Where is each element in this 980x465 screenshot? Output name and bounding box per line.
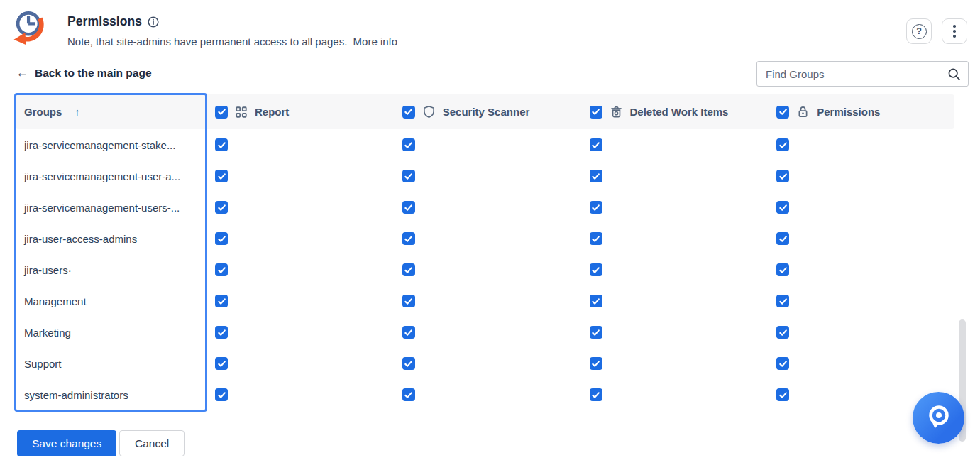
permission-checkbox[interactable] — [215, 295, 228, 307]
save-button[interactable]: Save changes — [17, 430, 116, 456]
permission-cell — [393, 263, 580, 276]
permission-checkbox[interactable] — [215, 232, 228, 245]
permission-checkbox[interactable] — [590, 138, 602, 151]
trash-icon — [610, 105, 623, 119]
column-select-all-checkbox[interactable] — [402, 106, 415, 119]
back-link[interactable]: ← Back to the main page — [16, 65, 152, 80]
permission-cell — [206, 295, 393, 307]
sort-ascending-icon[interactable]: ↑ — [75, 106, 80, 118]
permission-checkbox[interactable] — [776, 170, 789, 182]
permission-checkbox[interactable] — [776, 232, 789, 245]
column-select-all-checkbox[interactable] — [215, 106, 228, 119]
arrow-left-icon: ← — [16, 65, 28, 80]
help-button[interactable]: ? — [906, 18, 932, 44]
permission-checkbox[interactable] — [590, 388, 602, 401]
clock-arrow-logo-icon — [9, 6, 49, 48]
permission-checkbox[interactable] — [402, 263, 415, 276]
search-input[interactable] — [757, 68, 947, 80]
permission-cell — [580, 388, 768, 401]
permission-checkbox[interactable] — [215, 138, 228, 151]
permission-checkbox[interactable] — [776, 263, 789, 276]
permission-cell — [580, 357, 768, 370]
shield-icon — [422, 105, 436, 119]
permission-checkbox[interactable] — [776, 138, 789, 151]
column-select-all-checkbox[interactable] — [776, 106, 789, 119]
permission-cell — [393, 357, 580, 370]
table-row: Support — [16, 348, 954, 379]
more-info-link[interactable]: More info — [353, 35, 398, 48]
group-name: system-administrators — [16, 389, 206, 401]
app-logo — [9, 6, 49, 48]
permissions-table: Groups ↑ ReportSecurity ScannerDeleted W… — [16, 94, 954, 410]
permission-checkbox[interactable] — [215, 201, 228, 214]
question-mark-icon: ? — [912, 24, 927, 39]
permission-checkbox[interactable] — [402, 232, 415, 245]
permission-checkbox[interactable] — [590, 201, 602, 214]
group-name: Marketing — [16, 327, 206, 339]
permission-checkbox[interactable] — [590, 263, 602, 276]
permission-cell — [580, 201, 768, 214]
table-row: jira-servicemanagement-users-... — [16, 192, 954, 223]
permission-cell — [206, 263, 393, 276]
help-widget-fab[interactable] — [913, 392, 964, 444]
table-row: Management — [16, 285, 954, 317]
permission-checkbox[interactable] — [776, 326, 789, 339]
group-name: jira-user-access-admins — [16, 233, 206, 245]
page-title: Permissions — [67, 14, 142, 29]
permission-cell — [206, 388, 393, 401]
permission-cell — [767, 326, 954, 339]
permission-checkbox[interactable] — [215, 326, 228, 339]
permission-checkbox[interactable] — [402, 326, 415, 339]
permission-cell — [767, 170, 954, 182]
column-header-label: Deleted Work Items — [630, 106, 729, 118]
permission-cell — [206, 201, 393, 214]
permission-cell — [393, 201, 580, 214]
permission-cell — [767, 263, 954, 276]
permission-cell — [393, 295, 580, 307]
info-icon[interactable] — [148, 16, 159, 28]
permission-checkbox[interactable] — [776, 357, 789, 370]
table-row: jira-servicemanagement-stake... — [16, 129, 954, 160]
permission-checkbox[interactable] — [402, 295, 415, 307]
table-header-row: Groups ↑ ReportSecurity ScannerDeleted W… — [16, 94, 954, 129]
permission-checkbox[interactable] — [590, 295, 602, 307]
permission-cell — [393, 388, 580, 401]
permission-checkbox[interactable] — [402, 138, 415, 151]
column-header-label: Report — [255, 106, 289, 118]
cancel-button[interactable]: Cancel — [119, 430, 185, 456]
permission-checkbox[interactable] — [215, 263, 228, 276]
groups-header-label: Groups — [24, 106, 62, 118]
permission-checkbox[interactable] — [776, 201, 789, 214]
table-row: system-administrators — [16, 379, 954, 410]
more-menu-button[interactable] — [942, 18, 967, 44]
permission-cell — [580, 295, 768, 307]
search-icon[interactable] — [947, 67, 961, 81]
permission-checkbox[interactable] — [215, 170, 228, 182]
subtitle-text: Note, that site-admins have permanent ac… — [67, 35, 347, 48]
groups-column-header: Groups ↑ — [16, 94, 206, 129]
permission-checkbox[interactable] — [590, 326, 602, 339]
permission-checkbox[interactable] — [776, 295, 789, 307]
group-name: Management — [16, 295, 206, 307]
permission-cell — [206, 170, 393, 182]
permission-checkbox[interactable] — [402, 201, 415, 214]
permission-checkbox[interactable] — [590, 170, 602, 182]
column-header: Report — [206, 106, 393, 119]
permission-checkbox[interactable] — [215, 388, 228, 401]
permission-checkbox[interactable] — [402, 357, 415, 370]
column-header-label: Security Scanner — [443, 106, 530, 118]
table-body: jira-servicemanagement-stake...jira-serv… — [16, 129, 954, 410]
permission-checkbox[interactable] — [402, 388, 415, 401]
column-header: Security Scanner — [393, 105, 580, 119]
permission-cell — [206, 326, 393, 339]
permission-checkbox[interactable] — [590, 357, 602, 370]
column-select-all-checkbox[interactable] — [590, 106, 602, 119]
permission-checkbox[interactable] — [215, 357, 228, 370]
back-link-label: Back to the main page — [35, 67, 152, 80]
permission-checkbox[interactable] — [402, 170, 415, 182]
permission-cell — [206, 138, 393, 151]
permission-cell — [580, 232, 768, 245]
group-search-box — [756, 61, 969, 87]
permission-checkbox[interactable] — [590, 232, 602, 245]
permission-checkbox[interactable] — [776, 388, 789, 401]
